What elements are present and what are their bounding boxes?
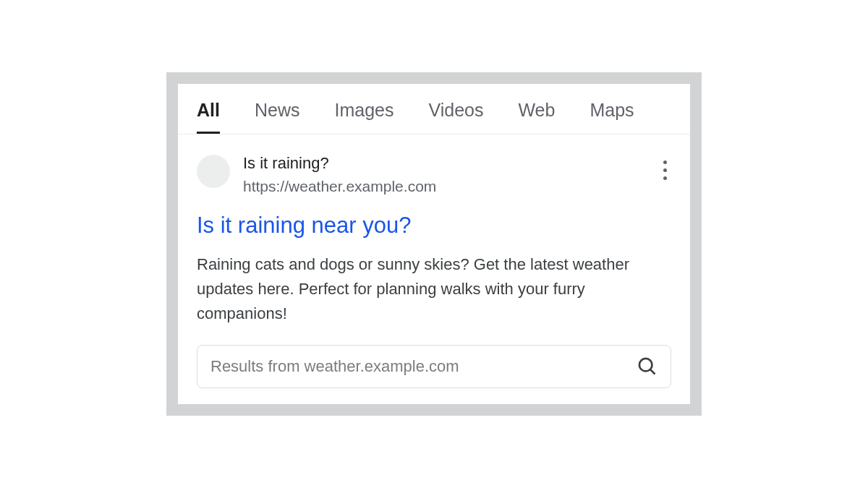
tab-news[interactable]: News: [255, 100, 300, 134]
site-info: Is it raining? https://weather.example.c…: [243, 153, 646, 197]
result-header: Is it raining? https://weather.example.c…: [197, 153, 671, 197]
tab-images[interactable]: Images: [334, 100, 393, 134]
tab-all[interactable]: All: [197, 100, 220, 134]
tab-web[interactable]: Web: [518, 100, 555, 134]
tab-videos[interactable]: Videos: [428, 100, 483, 134]
site-url: https://weather.example.com: [243, 176, 646, 197]
favicon-placeholder-icon: [197, 155, 230, 188]
overflow-menu-button[interactable]: [659, 153, 671, 187]
sitelinks-search-button[interactable]: [637, 356, 658, 377]
sitelinks-search-input[interactable]: [210, 357, 637, 376]
site-name: Is it raining?: [243, 153, 646, 174]
search-result-card: All News Images Videos Web Maps Is it ra…: [178, 84, 690, 404]
result-description: Raining cats and dogs or sunny skies? Ge…: [197, 252, 671, 326]
search-result: Is it raining? https://weather.example.c…: [178, 134, 690, 404]
result-title-link[interactable]: Is it raining near you?: [197, 211, 671, 240]
search-tabs: All News Images Videos Web Maps: [178, 84, 690, 134]
search-icon: [637, 356, 658, 377]
sitelinks-search-box[interactable]: [197, 345, 671, 388]
outer-frame: All News Images Videos Web Maps Is it ra…: [166, 72, 702, 416]
vertical-ellipsis-icon: [663, 160, 667, 164]
tab-maps[interactable]: Maps: [590, 100, 634, 134]
